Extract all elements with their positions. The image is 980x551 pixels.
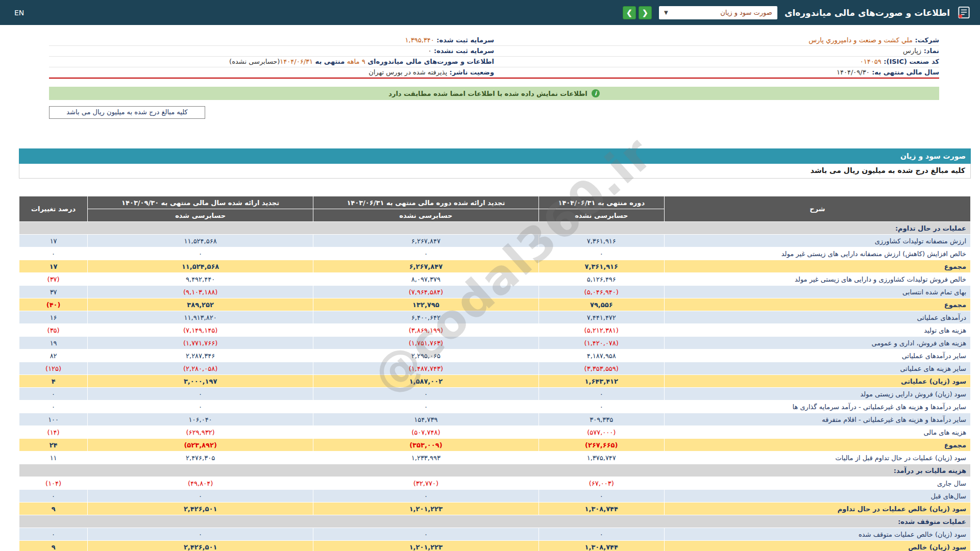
col-header-current-period: دوره منتهی به ۱۴۰۴/۰۶/۳۱	[538, 196, 664, 209]
table-row: هزینه های تولید(۵,۲۱۲,۳۸۱)(۳,۸۶۹,۱۹۹)(۷,…	[19, 324, 971, 337]
table-row: خالص افزایش (کاهش) ارزش منصفانه دارایی ه…	[19, 247, 971, 260]
value-restated-year: ۱۱,۹۱۳,۸۲۰	[88, 311, 313, 324]
percent-change: (۳۷)	[19, 273, 88, 286]
statement-section-title: صورت سود و زیان	[900, 152, 966, 160]
info-cell: وضعیت ناشر: پذیرفته شده در بورس تهران	[49, 67, 494, 78]
row-label: سایر درآمدها و هزینه های غیرعملیاتی - در…	[664, 400, 970, 413]
statement-section-bar: صورت سود و زیان	[19, 148, 971, 164]
info-cell: نماد: زپارس	[494, 46, 939, 57]
percent-change: ۱۷	[19, 260, 88, 273]
table-row: سال جاری(۶۷,۰۰۳)(۳۲,۷۷۰)(۴۹,۸۰۴)(۱۰۴)	[19, 477, 971, 490]
value-restated-year: ۱۱,۵۲۴,۵۶۸	[88, 235, 313, 247]
pl-table: شرح دوره منتهی به ۱۴۰۴/۰۶/۳۱ تجدید ارائه…	[19, 196, 971, 551]
value-current-period: (۵۷۷,۰۰۰)	[538, 426, 664, 439]
value-restated-period: (۱,۷۵۱,۷۶۳)	[313, 337, 538, 349]
percent-change: ۸۲	[19, 349, 88, 362]
table-row: مجموع۷,۳۶۱,۹۱۶۶,۲۶۷,۸۴۷۱۱,۵۲۴,۵۶۸۱۷	[19, 260, 971, 273]
percent-change: ۱۹	[19, 337, 88, 349]
statement-type-select[interactable]: صورت سود و زیان ▼	[659, 6, 777, 19]
row-label: سایر درآمدهای عملیاتی	[664, 349, 970, 362]
value-restated-period: (۳۲,۷۷۰)	[313, 477, 538, 490]
value-restated-year: (۱,۷۷۱,۷۶۶)	[88, 337, 313, 349]
table-row: مجموع۷۹,۵۵۶۱۳۲,۷۹۵۳۸۹,۲۵۲(۴۰)	[19, 298, 971, 311]
percent-change: (۱۲۵)	[19, 362, 88, 375]
subheader-unaudited-2: حسابرسی نشده	[313, 209, 538, 222]
value-restated-period: ۰	[313, 400, 538, 413]
value-restated-period: ۰	[313, 490, 538, 503]
value-restated-period: ۱,۵۸۷,۰۰۲	[313, 375, 538, 388]
value-current-period: ۰	[538, 388, 664, 400]
section-row: هزینه مالیات بر درآمد:	[19, 464, 971, 477]
col-header-percent-change: درصد تغییرات	[19, 196, 88, 222]
row-label: سود (زیان) خالص عملیات متوقف شده	[664, 528, 970, 541]
pl-table-body: عملیات در حال تداوم:ارزش منصفانه تولیدات…	[19, 222, 971, 551]
info-cell: سرمایه ثبت نشده: ۰	[49, 46, 494, 57]
percent-change: ۰	[19, 490, 88, 503]
amounts-unit-box: کلیه مبالغ درج شده به میلیون ریال می باش…	[49, 106, 205, 119]
table-row: سایر درآمدها و هزینه های غیرعملیاتی - اق…	[19, 413, 971, 426]
row-label: خالص فروش تولیدات کشاورزی و دارایی های ز…	[664, 273, 970, 286]
percent-change: ۳۷	[19, 286, 88, 298]
percent-change: ۴	[19, 375, 88, 388]
col-header-description: شرح	[664, 196, 970, 222]
value-restated-period: ۱,۲۰۱,۲۲۳	[313, 503, 538, 515]
value-current-period: (۶۷,۰۰۳)	[538, 477, 664, 490]
value-restated-year: ۹,۴۹۲,۴۴۰	[88, 273, 313, 286]
value-restated-year: ۲,۴۲۶,۵۰۱	[88, 503, 313, 515]
section-label: هزینه مالیات بر درآمد:	[19, 464, 971, 477]
percent-change: ۲۴	[19, 439, 88, 452]
row-label: مجموع	[664, 260, 970, 273]
value-restated-year: ۱۱,۵۲۴,۵۶۸	[88, 260, 313, 273]
value-current-period: ۷,۴۴۱,۴۷۲	[538, 311, 664, 324]
table-row: سایر درآمدهای عملیاتی۴,۱۸۷,۹۵۸۲,۲۹۵,۰۶۵۲…	[19, 349, 971, 362]
value-current-period: ۰	[538, 528, 664, 541]
next-period-button[interactable]: ❯	[623, 6, 636, 19]
row-label: هزینه های تولید	[664, 324, 970, 337]
signature-match-notice: i اطلاعات نمایش داده شده با اطلاعات امضا…	[49, 87, 939, 100]
table-row: سود (زیان) خالص۱,۳۰۸,۷۴۴۱,۲۰۱,۲۲۳۲,۴۲۶,۵…	[19, 541, 971, 551]
value-restated-period: ۰	[313, 388, 538, 400]
percent-change: (۱۴)	[19, 426, 88, 439]
value-restated-period: ۱,۲۳۳,۹۹۳	[313, 452, 538, 464]
value-restated-year: ۰	[88, 400, 313, 413]
company-info-grid: شرکت: ملي کشت و صنعت و دامپروري پارسسرما…	[49, 35, 939, 78]
value-restated-period: ۰	[313, 528, 538, 541]
value-restated-year: ۰	[88, 528, 313, 541]
row-label: ارزش منصفانه تولیدات کشاورزی	[664, 235, 970, 247]
percent-change: ۱۶	[19, 311, 88, 324]
value-restated-period: (۳۵۳,۰۰۹)	[313, 439, 538, 452]
info-cell: سال مالی منتهی به: ۱۴۰۴/۰۹/۳۰	[494, 67, 939, 78]
value-restated-year: ۰	[88, 388, 313, 400]
row-label: سود (زیان) عملیاتی	[664, 375, 970, 388]
value-restated-year: (۶۲۹,۹۳۲)	[88, 426, 313, 439]
percent-change: ۱۰۰	[19, 413, 88, 426]
percent-change: ۰	[19, 388, 88, 400]
table-row: هزینه های مالی(۵۷۷,۰۰۰)(۵۰۷,۷۴۸)(۶۲۹,۹۳۲…	[19, 426, 971, 439]
language-toggle[interactable]: EN	[14, 9, 24, 17]
info-cell: سرمایه ثبت شده: ۱,۳۹۵,۳۴۰	[49, 35, 494, 46]
row-label: سال‌های قبل	[664, 490, 970, 503]
table-row: مجموع(۲۶۷,۶۶۵)(۳۵۳,۰۰۹)(۵۲۳,۸۹۲)۲۴	[19, 439, 971, 452]
statement-type-value: صورت سود و زیان	[720, 9, 772, 16]
info-cell: شرکت: ملي کشت و صنعت و دامپروري پارس	[494, 35, 939, 46]
percent-change: ۰	[19, 247, 88, 260]
section-label: عملیات در حال تداوم:	[19, 222, 971, 235]
row-label: مجموع	[664, 439, 970, 452]
row-label: سود (زیان) عملیات در حال تداوم قبل از ما…	[664, 452, 970, 464]
value-restated-period: ۰	[313, 247, 538, 260]
row-label: سایر هزینه های عملیاتی	[664, 362, 970, 375]
subheader-unaudited-1: حسابرسی نشده	[538, 209, 664, 222]
table-row: سود (زیان) فروش دارایی زیستی مولد۰۰۰۰	[19, 388, 971, 400]
value-current-period: (۵,۲۱۲,۳۸۱)	[538, 324, 664, 337]
info-cell: کد صنعت (ISIC): ۰۱۴۰۵۹	[494, 57, 939, 67]
table-row: بهای تمام شده انتسابی(۵,۰۴۶,۹۴۰)(۷,۹۶۴,۵…	[19, 286, 971, 298]
value-current-period: ۱,۳۷۵,۷۴۷	[538, 452, 664, 464]
value-restated-year: ۲,۴۲۶,۵۰۱	[88, 541, 313, 551]
table-row: سایر درآمدها و هزینه های غیرعملیاتی - در…	[19, 400, 971, 413]
row-label: بهای تمام شده انتسابی	[664, 286, 970, 298]
table-row: سود (زیان) خالص عملیات متوقف شده۰۰۰۰	[19, 528, 971, 541]
prev-period-button[interactable]: ❮	[639, 6, 652, 19]
value-restated-period: ۶,۲۶۷,۸۴۷	[313, 260, 538, 273]
col-header-restated-period: تجدید ارائه شده دوره مالی منتهی به ۱۴۰۳/…	[313, 196, 538, 209]
value-current-period: (۵,۰۴۶,۹۴۰)	[538, 286, 664, 298]
